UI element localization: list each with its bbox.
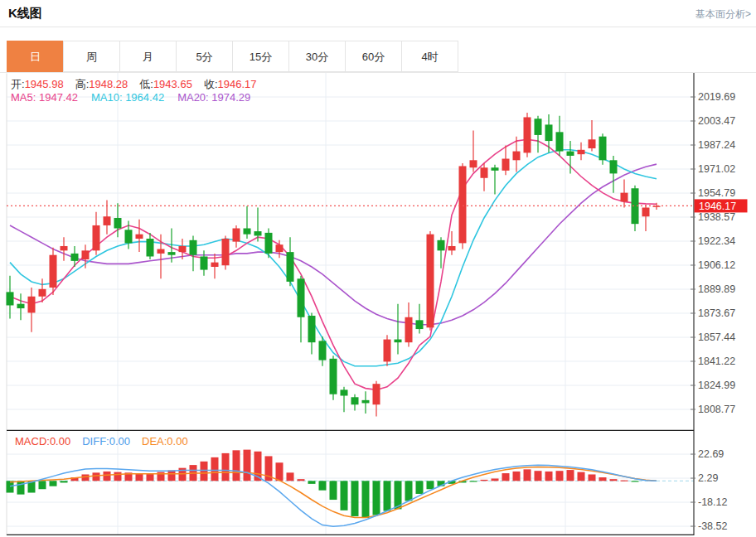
price-tick-label: 1938.57: [698, 211, 735, 223]
price-tick-label: 1922.34: [698, 235, 735, 247]
interval-tab-2[interactable]: 周: [63, 41, 120, 72]
candlestick-chart[interactable]: 2019.692003.471987.241971.021954.791938.…: [0, 73, 756, 431]
interval-tab-8[interactable]: 4时: [401, 41, 458, 72]
interval-tab-6[interactable]: 30分: [288, 41, 346, 72]
macd-tick-label: -38.52: [698, 520, 727, 532]
interval-tab-5[interactable]: 15分: [232, 41, 289, 72]
price-tick-label: 1987.24: [698, 139, 735, 151]
interval-tab-7[interactable]: 60分: [345, 41, 402, 72]
interval-tabbar: 日周月5分15分30分60分4时: [0, 41, 756, 73]
macd-bars: [7, 450, 639, 518]
macd-grid: [7, 431, 694, 535]
price-tick-label: 1857.44: [698, 331, 735, 343]
price-tick-label: 2019.69: [698, 91, 735, 103]
price-tick-label: 1873.67: [698, 307, 735, 319]
price-tick-label: 1889.89: [698, 283, 735, 295]
price-tick-label: 1954.79: [698, 187, 735, 199]
price-tick-label: 1808.77: [698, 404, 735, 415]
macd-chart[interactable]: 22.692.29-18.12-38.52: [0, 431, 756, 537]
price-tick-label: 2003.47: [698, 115, 735, 127]
ma20-line: [10, 164, 657, 325]
macd-tick-label: 2.29: [698, 472, 718, 484]
price-tick-label: 1824.99: [698, 380, 735, 391]
macd-axis: 22.692.29-18.12-38.52: [691, 431, 727, 535]
interval-tab-3[interactable]: 月: [119, 41, 177, 72]
price-tick-label: 1841.22: [698, 356, 735, 367]
kline-chart-area: 2019.692003.471987.241971.021954.791938.…: [0, 73, 756, 537]
current-price-badge: 1946.17: [695, 199, 748, 212]
fundamental-analysis-link[interactable]: 基本面分析>: [695, 7, 751, 22]
svg-text:1946.17: 1946.17: [699, 201, 736, 212]
price-tick-label: 1906.12: [698, 259, 735, 271]
interval-tab-4[interactable]: 5分: [176, 41, 233, 72]
ma-lines: [10, 139, 657, 389]
price-axis: 2019.692003.471987.241971.021954.791938.…: [691, 73, 735, 431]
page-title: K线图: [8, 6, 42, 22]
page-header: K线图 基本面分析>: [0, 0, 756, 27]
interval-tab-1[interactable]: 日: [7, 41, 64, 72]
ma10-line: [10, 150, 657, 366]
macd-tick-label: -18.12: [698, 496, 727, 508]
macd-tick-label: 22.69: [698, 448, 724, 460]
price-tick-label: 1971.02: [698, 163, 735, 175]
